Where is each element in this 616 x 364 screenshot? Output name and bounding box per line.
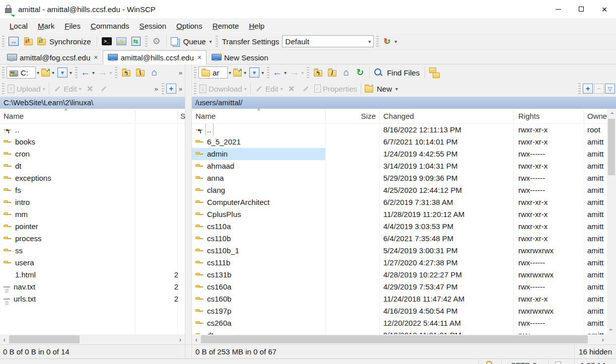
new-button[interactable]: New▾ (364, 82, 399, 95)
menu-item-session[interactable]: Session (135, 20, 171, 32)
remote-column-name[interactable]: Name (195, 109, 216, 124)
toolbar-grip[interactable] (578, 83, 581, 94)
toolbar-overflow-chevron[interactable]: » (177, 69, 184, 77)
menu-item-help[interactable]: Help (244, 20, 269, 32)
local-edit-button[interactable]: Edit▾ (52, 82, 83, 95)
local-rename-button[interactable] (97, 82, 110, 95)
preferences-button[interactable] (150, 35, 163, 48)
column-divider[interactable] (584, 110, 584, 122)
table-row[interactable]: usera (0, 257, 185, 269)
toolbar-overflow-chevron[interactable]: » (153, 85, 160, 93)
local-home-button[interactable] (148, 66, 161, 79)
close-button[interactable]: × (593, 0, 616, 18)
table-row[interactable]: admin 1/24/2019 4:42:55 PM rwx------ ami… (192, 148, 607, 160)
remote-column-size[interactable]: Size (325, 109, 376, 124)
remote-horizontal-scrollbar[interactable]: ‹ › (192, 334, 607, 344)
table-row[interactable]: urls.txt 2 (0, 293, 185, 305)
menu-item-remote[interactable]: Remote (208, 20, 244, 32)
scroll-right-icon[interactable]: › (598, 334, 607, 344)
toolbar-grip[interactable] (162, 83, 164, 94)
local-select-button[interactable]: + (166, 84, 176, 94)
remote-edit-button[interactable]: Edit▾ (253, 82, 284, 95)
table-row[interactable]: cs110a 4/4/2019 3:03:53 PM rwxr-xr-x ami… (192, 221, 607, 233)
remote-unselect-button[interactable]: − (594, 84, 604, 94)
scroll-left-icon[interactable]: ‹ (0, 334, 9, 344)
table-row[interactable]: dt (0, 160, 185, 172)
remote-home-button[interactable] (339, 66, 353, 79)
minimize-button[interactable] (546, 0, 570, 18)
hidden-files-badge[interactable]: 16 hidden (574, 345, 616, 358)
table-row[interactable]: exceptions (0, 172, 185, 184)
toolbar-grip[interactable] (75, 67, 78, 78)
toolbar-overflow-chevron[interactable]: » (177, 85, 184, 93)
menu-item-local[interactable]: Local (5, 20, 32, 32)
properties-button[interactable]: Properties (313, 82, 358, 95)
table-row[interactable]: .. (0, 124, 185, 136)
remote-forward-button[interactable]: ▾ (289, 66, 305, 79)
remote-directory-select[interactable]: ar (198, 66, 228, 79)
local-root-directory-button[interactable] (133, 66, 147, 79)
remote-column-changed[interactable]: Changed (383, 109, 414, 124)
remote-filter-button[interactable]: ▾ (248, 66, 265, 79)
local-parent-directory-button[interactable] (119, 66, 132, 79)
transfer-mode-button[interactable]: ▾ (381, 35, 398, 48)
local-back-button[interactable]: ▾ (80, 66, 96, 79)
remote-select-button[interactable]: + (583, 84, 593, 94)
tab-new-session[interactable]: ✦ New Session (207, 51, 273, 64)
table-row[interactable]: fs (0, 184, 185, 196)
table-row[interactable]: cs110b_1 5/24/2019 3:00:31 PM rwxrwxrwx … (192, 245, 607, 257)
local-column-size[interactable]: S (180, 109, 185, 124)
local-drive-select[interactable]: C: (7, 66, 36, 79)
transfer-settings-select[interactable]: Default ▾ (282, 35, 374, 47)
table-row[interactable]: mm (0, 208, 185, 221)
remote-parent-directory-button[interactable] (311, 66, 324, 79)
table-row[interactable]: cs131b 4/28/2019 10:22:27 PM rwxrwxrwx a… (192, 269, 607, 281)
scroll-right-icon[interactable]: › (176, 334, 185, 344)
menu-item-mark[interactable]: Mark (33, 20, 59, 32)
table-row[interactable]: cs110b 6/4/2021 7:35:48 PM rwxr-xr-x ami… (192, 233, 607, 245)
open-terminal-button[interactable] (100, 35, 113, 48)
toolbar-grip[interactable] (2, 67, 5, 78)
menu-item-commands[interactable]: Commands (86, 20, 134, 32)
directory-tree-button[interactable] (428, 66, 441, 79)
table-row[interactable]: cs197p 4/16/2019 4:50:54 PM rwxrwxrwx am… (192, 305, 607, 317)
remote-column-rights[interactable]: Rights (518, 109, 540, 124)
table-row[interactable]: cs160a 4/29/2019 7:53:47 PM rwx------ am… (192, 281, 607, 293)
synchronize-button[interactable]: Synchronize (36, 35, 94, 48)
remote-root-directory-button[interactable] (325, 66, 338, 79)
remote-vertical-scrollbar[interactable]: › › (607, 109, 616, 334)
remote-back-button[interactable]: ▾ (271, 66, 288, 79)
table-row[interactable]: clang 4/25/2020 12:44:12 PM rwx------ am… (192, 184, 607, 196)
toolbar-grip[interactable] (376, 36, 379, 47)
column-divider[interactable] (135, 110, 135, 122)
column-divider[interactable] (325, 110, 326, 122)
remote-delete-button[interactable] (285, 82, 298, 95)
open-in-putty-button[interactable] (115, 35, 128, 48)
swap-panels-button[interactable] (129, 35, 143, 48)
maximize-button[interactable] (570, 0, 593, 18)
table-row[interactable]: cs260a 12/20/2022 5:44:11 AM rwx------ a… (192, 317, 607, 329)
scroll-up-icon[interactable]: › (607, 109, 616, 118)
toolbar-grip[interactable] (145, 36, 148, 47)
menu-item-files[interactable]: Files (60, 20, 85, 32)
toolbar-grip[interactable] (194, 83, 196, 94)
queue-button[interactable]: Queue▾ (170, 35, 213, 48)
column-divider[interactable] (177, 110, 178, 122)
find-files-button[interactable]: Find Files (372, 66, 422, 79)
remote-selection-filter-button[interactable]: ▽ (605, 84, 615, 94)
download-button[interactable]: ↓Download▾ (198, 82, 248, 95)
local-horizontal-scrollbar[interactable]: ‹ › (0, 334, 185, 344)
chevron-down-icon[interactable]: ▾ (229, 70, 231, 76)
table-row[interactable]: anna 5/29/2019 9:09:36 PM rwx------ amit… (192, 172, 607, 184)
menu-item-options[interactable]: Options (172, 20, 207, 32)
local-column-name[interactable]: Name (4, 109, 24, 124)
toolbar-grip[interactable] (307, 67, 309, 78)
scrollbar-thumb[interactable] (201, 335, 588, 343)
toolbar-grip[interactable] (216, 36, 218, 47)
table-row[interactable]: books (0, 136, 185, 148)
table-row[interactable]: nav.txt 2 (0, 281, 185, 293)
tab-hills-session[interactable]: amittal@hills.ccsf.edu (103, 50, 206, 64)
column-divider[interactable] (379, 110, 380, 122)
panel-splitter[interactable] (185, 64, 191, 344)
local-path-bar[interactable]: C:\WebSite\Learn\2\linuxa\ (0, 97, 185, 109)
